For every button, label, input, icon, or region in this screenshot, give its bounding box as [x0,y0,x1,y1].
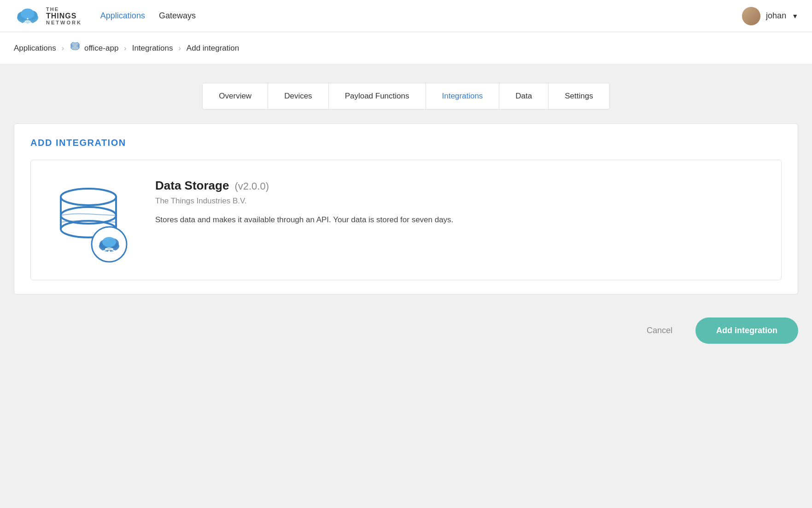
breadcrumb-sep-1: › [62,44,64,52]
breadcrumb-office-app[interactable]: office-app [70,42,118,54]
integration-name-row: Data Storage (v2.0.0) [155,179,767,193]
user-menu[interactable]: johan ▼ [742,7,798,25]
tab-devices[interactable]: Devices [268,83,328,109]
main-content: Overview Devices Payload Functions Integ… [0,64,812,371]
integration-name: Data Storage [155,179,229,193]
svg-point-9 [61,189,116,205]
breadcrumb-add-integration: Add integration [187,44,239,53]
tabs: Overview Devices Payload Functions Integ… [202,83,609,110]
avatar [742,7,760,25]
integration-details: Data Storage (v2.0.0) The Things Industr… [155,176,767,226]
chevron-down-icon: ▼ [792,12,798,20]
tab-data[interactable]: Data [499,83,549,109]
nav-applications[interactable]: Applications [100,11,145,21]
breadcrumb: Applications › office-app › Integrations… [0,32,812,64]
integration-vendor: The Things Industries B.V. [155,196,767,206]
svg-point-19 [102,237,116,247]
svg-point-20 [108,250,110,252]
cancel-button[interactable]: Cancel [637,320,682,341]
footer-actions: Cancel Add integration [14,304,798,353]
svg-point-8 [71,42,79,47]
tab-overview[interactable]: Overview [203,83,268,109]
navbar-left: THE THINGS NETWORK Applications Gateways [14,6,196,26]
tabs-container: Overview Devices Payload Functions Integ… [14,83,798,110]
logo: THE THINGS NETWORK [14,6,82,26]
svg-point-4 [27,18,28,19]
tab-payload-functions[interactable]: Payload Functions [329,83,426,109]
breadcrumb-sep-2: › [124,44,126,52]
username: johan [766,11,786,21]
navbar: THE THINGS NETWORK Applications Gateways… [0,0,812,32]
logo-icon [14,6,41,26]
breadcrumb-applications[interactable]: Applications [14,44,56,53]
logo-text: THE THINGS NETWORK [46,6,82,26]
integration-icon [45,176,137,264]
integration-description: Stores data and makes it available throu… [155,214,767,226]
svg-point-3 [21,9,34,19]
integration-item: Data Storage (v2.0.0) The Things Industr… [30,160,782,280]
add-integration-section: ADD INTEGRATION [14,123,798,294]
tab-integrations[interactable]: Integrations [426,83,500,109]
breadcrumb-sep-3: › [179,44,181,52]
tab-settings[interactable]: Settings [549,83,609,109]
breadcrumb-integrations[interactable]: Integrations [132,44,173,53]
nav-links: Applications Gateways [100,11,196,21]
nav-gateways[interactable]: Gateways [159,11,196,21]
office-app-icon [70,42,81,54]
section-title: ADD INTEGRATION [30,138,782,148]
add-integration-button[interactable]: Add integration [695,318,798,344]
integration-version: (v2.0.0) [234,180,269,192]
